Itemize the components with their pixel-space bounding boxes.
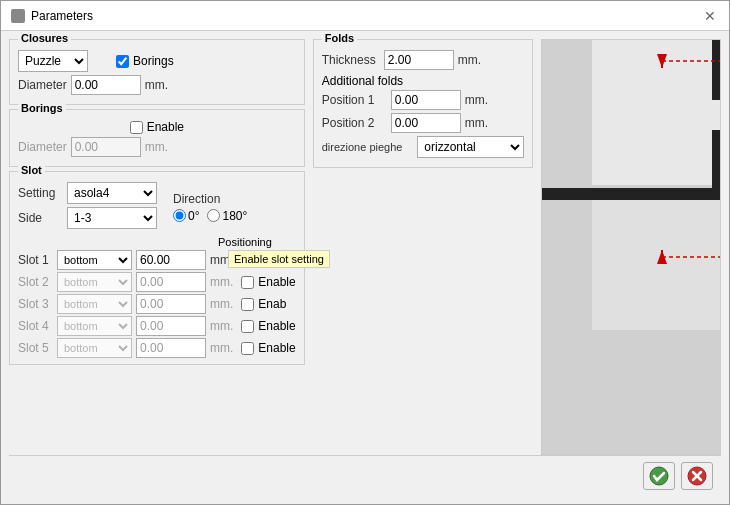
thickness-mm: mm.	[458, 53, 481, 67]
slot-4-enable-label: Enable	[258, 319, 295, 333]
closures-diameter-row: Diameter 0.00 mm.	[18, 75, 296, 95]
left-panel: Closures Puzzle Other Borings Dia	[9, 39, 305, 455]
closures-dropdown[interactable]: Puzzle Other	[18, 50, 88, 72]
direzione-dropdown[interactable]: orizzontal vertical	[417, 136, 523, 158]
position1-label: Position 1	[322, 93, 387, 107]
slot-rows-container: Slot 1 bottomtopleftright mm. Enable Slo…	[18, 250, 296, 358]
closures-diameter-label: Diameter	[18, 78, 67, 92]
slot-5-position[interactable]: bottom	[57, 338, 132, 358]
slot-side-label: Side	[18, 211, 63, 225]
slot-direction: Direction 0° 180°	[173, 182, 247, 232]
borings-checkbox-label[interactable]: Borings	[116, 54, 174, 68]
slot-setting-dropdown[interactable]: asola4 asola1 asola2	[67, 182, 157, 204]
position1-input[interactable]: 0.00	[391, 90, 461, 110]
borings-enable-row: Enable	[18, 120, 296, 134]
preview-area	[542, 40, 720, 454]
positioning-header: Positioning	[18, 236, 296, 248]
closures-group: Closures Puzzle Other Borings Dia	[9, 39, 305, 105]
thickness-label: Thickness	[322, 53, 376, 67]
ok-icon	[649, 466, 669, 486]
close-button[interactable]: ✕	[701, 7, 719, 25]
svg-point-15	[650, 467, 668, 485]
slot-5-value[interactable]	[136, 338, 206, 358]
slot-1-enable-checkbox[interactable]	[241, 254, 254, 267]
borings-label: Borings	[133, 54, 174, 68]
slot-5-enable-checkbox[interactable]	[241, 342, 254, 355]
slot-3-mm: mm.	[210, 297, 233, 311]
direzione-row: direzione pieghe orizzontal vertical	[322, 136, 524, 158]
position2-row: Position 2 0.00 mm.	[322, 113, 524, 133]
direction-0-radio[interactable]	[173, 209, 186, 222]
slot-2-mm: mm.	[210, 275, 233, 289]
closures-diameter-input[interactable]: 0.00	[71, 75, 141, 95]
additional-folds-header: Additional folds	[322, 74, 524, 88]
slot-1-position[interactable]: bottomtopleftright	[57, 250, 132, 270]
parameters-icon	[11, 9, 25, 23]
slot-3-enable-checkbox[interactable]	[241, 298, 254, 311]
slot-side-row: Side 1-3 2-4	[18, 207, 157, 229]
slot-2-label: Slot 2	[18, 275, 53, 289]
slot-5-mm: mm.	[210, 341, 233, 355]
parameters-window: Parameters ✕ Closures Puzzle Other	[0, 0, 730, 505]
window-title: Parameters	[31, 9, 93, 23]
thickness-row: Thickness 2.00 mm.	[322, 50, 524, 70]
svg-rect-4	[592, 200, 721, 330]
slot-3-row: Slot 3 bottom mm. Enab Enable slot setti…	[18, 294, 296, 314]
borings-enable-text: Enable	[147, 120, 184, 134]
position1-row: Position 1 0.00 mm.	[322, 90, 524, 110]
slot-2-position[interactable]: bottom	[57, 272, 132, 292]
direzione-label: direzione pieghe	[322, 141, 414, 153]
slot-4-value[interactable]	[136, 316, 206, 336]
slot-4-row: Slot 4 bottom mm. Enable	[18, 316, 296, 336]
slot-3-value[interactable]	[136, 294, 206, 314]
direction-radios: 0° 180°	[173, 209, 247, 223]
direction-180-label[interactable]: 180°	[207, 209, 247, 223]
closures-legend: Closures	[18, 32, 71, 44]
slot-3-label: Slot 3	[18, 297, 53, 311]
position1-mm: mm.	[465, 93, 488, 107]
closures-row1: Puzzle Other Borings	[18, 50, 296, 72]
borings-diameter-input[interactable]: 0.00	[71, 137, 141, 157]
folds-group: Folds Thickness 2.00 mm. Additional fold…	[313, 39, 533, 168]
slot-1-value[interactable]	[136, 250, 206, 270]
position2-mm: mm.	[465, 116, 488, 130]
slot-5-row: Slot 5 bottom mm. Enable	[18, 338, 296, 358]
slot-4-position[interactable]: bottom	[57, 316, 132, 336]
direction-180-radio[interactable]	[207, 209, 220, 222]
slot-group: Slot Setting asola4 asola1 asola2	[9, 171, 305, 365]
svg-rect-3	[542, 188, 721, 200]
borings-group: Borings Enable Diameter 0.00 mm.	[9, 109, 305, 167]
slot-2-value[interactable]	[136, 272, 206, 292]
ok-button[interactable]	[643, 462, 675, 490]
slot-setting-label: Setting	[18, 186, 63, 200]
direction-0-text: 0°	[188, 209, 199, 223]
slot-1-label: Slot 1	[18, 253, 53, 267]
bottom-bar	[9, 455, 721, 496]
slot-5-label: Slot 5	[18, 341, 53, 355]
slot-setting-row: Setting asola4 asola1 asola2	[18, 182, 157, 204]
slot-2-enable-checkbox[interactable]	[241, 276, 254, 289]
preview-svg	[542, 40, 721, 330]
slot-legend: Slot	[18, 164, 45, 176]
direction-0-label[interactable]: 0°	[173, 209, 199, 223]
borings-enable-checkbox[interactable]	[130, 121, 143, 134]
direction-label-container: Direction	[173, 192, 247, 206]
slot-side-dropdown[interactable]: 1-3 2-4	[67, 207, 157, 229]
additional-folds-label: Additional folds	[322, 74, 403, 88]
borings-diameter-label: Diameter	[18, 140, 67, 154]
slot-1-row: Slot 1 bottomtopleftright mm. Enable	[18, 250, 296, 270]
direction-label: Direction	[173, 192, 220, 206]
slot-4-enable-checkbox[interactable]	[241, 320, 254, 333]
cancel-button[interactable]	[681, 462, 713, 490]
borings-enable-label[interactable]: Enable	[130, 120, 184, 134]
slot-4-mm: mm.	[210, 319, 233, 333]
position2-label: Position 2	[322, 116, 387, 130]
title-bar-left: Parameters	[11, 9, 93, 23]
borings-diameter-row: Diameter 0.00 mm.	[18, 137, 296, 157]
thickness-input[interactable]: 2.00	[384, 50, 454, 70]
main-content: Closures Puzzle Other Borings Dia	[9, 39, 721, 455]
position2-input[interactable]: 0.00	[391, 113, 461, 133]
direction-180-text: 180°	[222, 209, 247, 223]
borings-checkbox[interactable]	[116, 55, 129, 68]
slot-3-position[interactable]: bottom	[57, 294, 132, 314]
